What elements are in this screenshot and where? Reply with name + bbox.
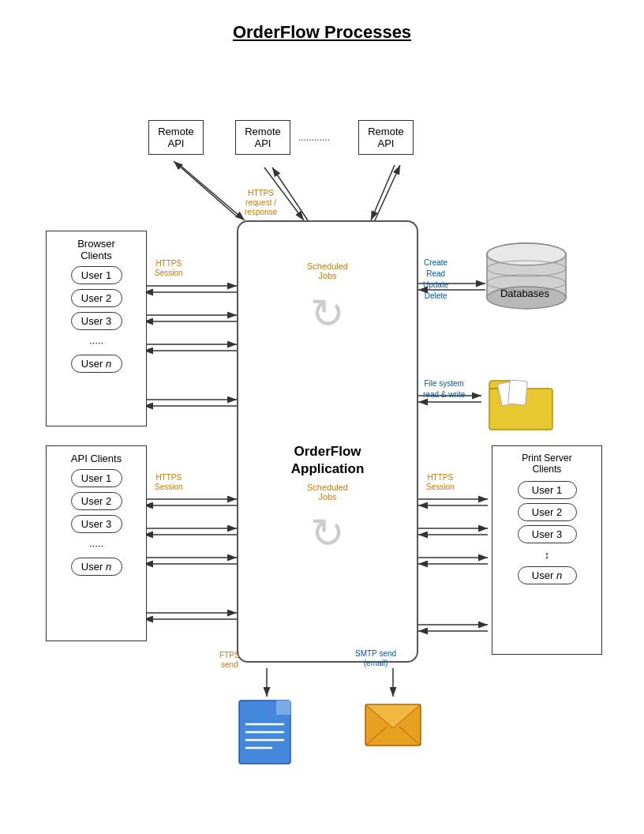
api-user-n: User n xyxy=(71,558,122,576)
api-clients-group: API Clients User 1 User 2 User 3 ····· U… xyxy=(46,445,147,641)
svg-line-7 xyxy=(375,165,400,220)
svg-rect-48 xyxy=(508,380,528,405)
remote-api-3: Remote API xyxy=(358,120,414,155)
remote-api-2: Remote API xyxy=(235,120,290,155)
svg-line-2 xyxy=(180,165,245,220)
api-clients-label: API Clients xyxy=(53,453,140,464)
scheduled-jobs-2-label: ScheduledJobs xyxy=(238,483,417,502)
email-icon xyxy=(361,698,425,753)
page-title: OrderFlow Processes xyxy=(0,0,644,43)
ps-user-n: User n xyxy=(518,566,577,584)
ftps-send-label: FTPSsend xyxy=(219,651,240,670)
svg-line-3 xyxy=(174,161,237,216)
print-server-clients-group: Print ServerClients User 1 User 2 User 3… xyxy=(492,445,602,655)
browser-user-n: User n xyxy=(71,355,122,373)
print-server-clients-label: Print ServerClients xyxy=(499,453,595,475)
refresh-icon-2: ↻ xyxy=(310,513,345,554)
https-session-api-label: HTTPSSession xyxy=(155,473,183,492)
browser-user-1: User 1 xyxy=(71,266,122,284)
svg-rect-50 xyxy=(276,701,290,715)
browser-user-3: User 3 xyxy=(71,312,122,330)
ps-user-1: User 1 xyxy=(518,481,577,499)
api-user-3: User 3 xyxy=(71,515,122,533)
api-user-1: User 1 xyxy=(71,469,122,487)
folder-icon xyxy=(485,374,556,434)
databases-label: Databases xyxy=(493,287,556,299)
file-system-label: File systemread & write xyxy=(423,378,465,400)
ps-user-2: User 2 xyxy=(518,503,577,521)
app-box: ScheduledJobs ↻ OrderFlowApplication Sch… xyxy=(237,220,418,663)
app-label: OrderFlowApplication xyxy=(238,443,417,478)
browser-clients-group: BrowserClients User 1 User 2 User 3 ····… xyxy=(46,231,147,426)
remote-api-1: Remote API xyxy=(148,120,204,155)
smtp-send-label: SMTP send(email) xyxy=(355,649,396,668)
refresh-icon-1: ↻ xyxy=(310,293,345,334)
https-request-response-label: HTTPS request / response xyxy=(245,189,277,217)
https-session-print-label: HTTPSSession xyxy=(426,473,455,492)
svg-point-43 xyxy=(487,243,566,265)
scheduled-jobs-1-label: ScheduledJobs xyxy=(238,261,417,280)
crud-label: CreateReadUpdateDelete xyxy=(423,257,448,302)
browser-user-2: User 2 xyxy=(71,289,122,307)
document-icon xyxy=(233,697,300,772)
remote-api-dots: ............ xyxy=(298,132,330,143)
svg-line-5 xyxy=(272,167,308,220)
api-user-2: User 2 xyxy=(71,492,122,510)
svg-line-6 xyxy=(371,165,395,220)
database-icon xyxy=(483,240,570,311)
https-session-browser-label: HTTPSSession xyxy=(155,259,183,278)
ps-user-3: User 3 xyxy=(518,525,577,543)
browser-clients-label: BrowserClients xyxy=(53,238,140,261)
